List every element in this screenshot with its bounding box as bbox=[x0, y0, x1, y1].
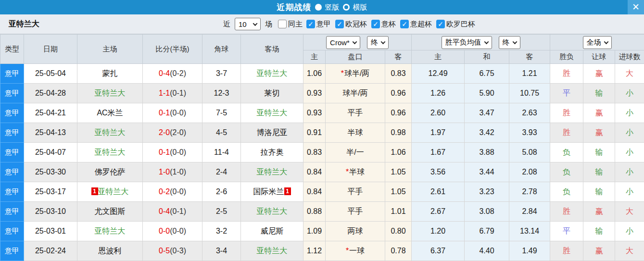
cell-handicap-result: 输 bbox=[583, 143, 615, 162]
cell-handicap-away-odds: 1.01 bbox=[385, 202, 412, 222]
chevron-down-icon bbox=[253, 21, 258, 26]
cell-corners: 11-4 bbox=[202, 143, 241, 162]
cell-date: 25-03-01 bbox=[24, 222, 77, 241]
cell-league-type: 意甲 bbox=[0, 162, 24, 182]
league-checkbox-2[interactable]: ✓ bbox=[371, 20, 380, 28]
cell-handicap-line: 半球 bbox=[326, 123, 385, 143]
header-avg-draw: 和 bbox=[465, 50, 509, 64]
cell-league-type: 意甲 bbox=[0, 222, 24, 241]
cell-avg-draw: 3.88 bbox=[465, 143, 509, 162]
cell-date: 25-04-13 bbox=[24, 123, 77, 143]
chevron-down-icon bbox=[604, 39, 608, 44]
close-icon[interactable]: ✕ bbox=[628, 0, 644, 14]
same-venue-checkbox[interactable] bbox=[278, 20, 287, 28]
avg-type-select[interactable]: 胜平负均值 bbox=[442, 36, 492, 49]
cell-goals: 大 bbox=[615, 241, 644, 261]
handicap-line: 平手 bbox=[348, 187, 363, 196]
cell-home-team: 亚特兰大 bbox=[77, 222, 143, 241]
cell-date: 25-03-10 bbox=[24, 202, 77, 222]
cell-goals: 大 bbox=[615, 202, 644, 222]
cell-avg-home: 3.56 bbox=[412, 162, 465, 182]
cell-corners: 3-2 bbox=[202, 222, 241, 241]
cell-league-type: 意甲 bbox=[0, 143, 24, 162]
cell-avg-draw: 4.40 bbox=[465, 241, 509, 261]
odds-company-select[interactable]: Crow* bbox=[326, 36, 360, 49]
vertical-layout-radio[interactable] bbox=[315, 4, 322, 11]
handicap-odds-group: Crow* 终 bbox=[303, 35, 412, 50]
header-avg-home: 主 bbox=[412, 50, 465, 64]
cell-goals: 小 bbox=[615, 162, 644, 182]
cell-handicap-result: 赢 bbox=[583, 123, 615, 143]
away-team-name: 亚特兰大 bbox=[257, 69, 288, 77]
cell-date: 25-03-30 bbox=[24, 162, 77, 182]
odds-time-select[interactable]: 终 bbox=[367, 36, 389, 49]
away-team-name: 亚特兰大 bbox=[257, 207, 288, 215]
avg-time-value: 终 bbox=[503, 38, 510, 47]
fulltime-score: 0-2 bbox=[159, 187, 170, 196]
halftime-score: (0-0) bbox=[170, 109, 186, 117]
cell-league-type: 意甲 bbox=[0, 123, 24, 143]
league-checkbox-1[interactable]: ✓ bbox=[335, 20, 344, 28]
cell-league-type: 意甲 bbox=[0, 64, 24, 84]
table-row: 意甲 25-04-13 亚特兰大 2-0(2-0) 4-5 博洛尼亚 0.91 … bbox=[0, 123, 644, 143]
fulltime-score: 0-5 bbox=[159, 247, 170, 255]
cell-result: 胜 bbox=[550, 64, 583, 84]
cell-score: 2-0(2-0) bbox=[143, 123, 202, 143]
header-score: 比分(半场) bbox=[143, 35, 202, 64]
avg-time-select[interactable]: 终 bbox=[499, 36, 520, 49]
cell-avg-away: 5.08 bbox=[509, 143, 550, 162]
horizontal-layout-radio[interactable] bbox=[343, 4, 350, 11]
cell-corners: 7-5 bbox=[202, 103, 241, 123]
cell-handicap-away-odds: 0.96 bbox=[385, 103, 412, 123]
cell-league-type: 意甲 bbox=[0, 182, 24, 202]
halftime-score: (2-0) bbox=[170, 128, 186, 137]
cell-result: 平 bbox=[550, 222, 583, 241]
scope-select[interactable]: 全场 bbox=[583, 36, 612, 49]
cell-handicap-home-odds: 1.06 bbox=[303, 64, 326, 84]
cell-date: 25-04-21 bbox=[24, 103, 77, 123]
cell-corners: 12-3 bbox=[202, 84, 241, 103]
cell-home-team: 1亚特兰大 bbox=[77, 182, 143, 202]
cell-away-team: 国际米兰1 bbox=[241, 182, 303, 202]
cell-handicap-home-odds: 0.93 bbox=[303, 84, 326, 103]
cell-home-team: AC米兰 bbox=[77, 103, 143, 123]
league-checkbox-4[interactable]: ✓ bbox=[436, 20, 445, 28]
league-checkbox-0[interactable]: ✓ bbox=[306, 20, 315, 28]
home-team-name: 蒙扎 bbox=[102, 69, 118, 77]
cell-handicap-result: 赢 bbox=[583, 241, 615, 261]
result-group: 全场 bbox=[550, 35, 644, 50]
avg-type-value: 胜平负均值 bbox=[445, 38, 481, 47]
cell-league-type: 意甲 bbox=[0, 103, 24, 123]
cell-goals: 小 bbox=[615, 222, 644, 241]
horizontal-layout-label: 横版 bbox=[353, 3, 367, 12]
halftime-score: (0-0) bbox=[170, 227, 186, 235]
cell-handicap-away-odds: 1.06 bbox=[385, 143, 412, 162]
handicap-line: 两球 bbox=[348, 227, 363, 235]
fulltime-score: 1-1 bbox=[159, 89, 170, 97]
cell-avg-draw: 3.23 bbox=[465, 182, 509, 202]
match-count-select[interactable]: 10 bbox=[235, 18, 261, 30]
table-body: 意甲 25-05-04 蒙扎 0-4(0-2) 3-7 亚特兰大 1.06 *球… bbox=[0, 64, 644, 261]
league-checkbox-3[interactable]: ✓ bbox=[400, 20, 409, 28]
cell-handicap-line: 平手 bbox=[326, 182, 385, 202]
cell-corners: 2-6 bbox=[202, 182, 241, 202]
table-row: 意甲 25-03-10 尤文图斯 0-4(0-1) 2-5 亚特兰大 0.88 … bbox=[0, 202, 644, 222]
cell-avg-away: 10.75 bbox=[509, 84, 550, 103]
away-team-name: 亚特兰大 bbox=[257, 168, 288, 176]
cell-goals: 小 bbox=[615, 103, 644, 123]
cell-avg-home: 1.97 bbox=[412, 123, 465, 143]
halftime-score: (0-1) bbox=[170, 89, 186, 97]
cell-avg-draw: 3.44 bbox=[465, 162, 509, 182]
fulltime-score: 0-4 bbox=[159, 69, 170, 77]
cell-handicap-away-odds: 0.96 bbox=[385, 84, 412, 103]
cell-handicap-home-odds: 0.91 bbox=[303, 123, 326, 143]
cell-score: 0-0(0-0) bbox=[143, 222, 202, 241]
away-team-name: 威尼斯 bbox=[261, 227, 284, 235]
cell-home-team: 亚特兰大 bbox=[77, 84, 143, 103]
avg-odds-group: 胜平负均值 终 bbox=[412, 35, 550, 50]
cell-result: 负 bbox=[550, 182, 583, 202]
star-marker: * bbox=[346, 168, 349, 176]
away-team-name: 博洛尼亚 bbox=[257, 128, 288, 137]
near-label: 近 bbox=[223, 20, 230, 29]
rank-badge: 1 bbox=[284, 187, 291, 195]
